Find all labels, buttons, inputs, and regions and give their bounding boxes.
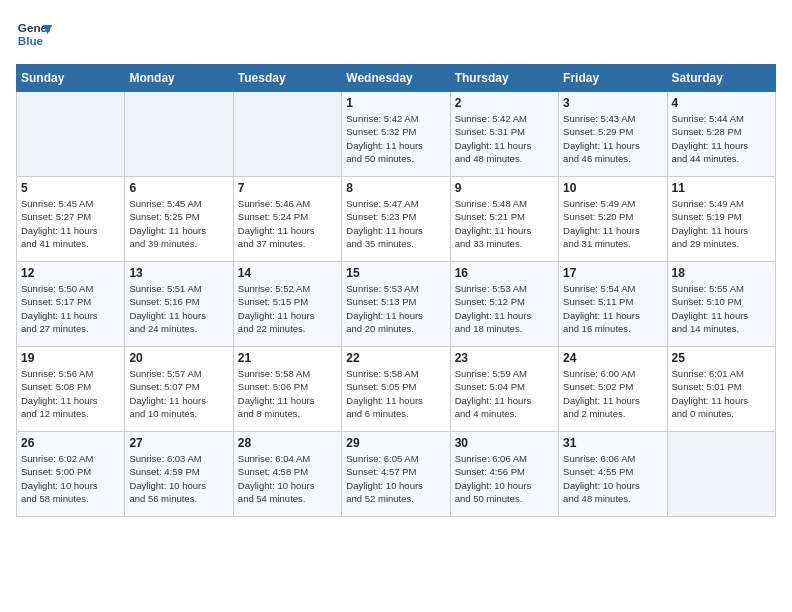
cell-info: Sunrise: 6:05 AMSunset: 4:57 PMDaylight:…	[346, 452, 445, 505]
cell-info: Sunrise: 6:06 AMSunset: 4:55 PMDaylight:…	[563, 452, 662, 505]
cell-info: Sunrise: 5:42 AMSunset: 5:32 PMDaylight:…	[346, 112, 445, 165]
calendar-cell: 13Sunrise: 5:51 AMSunset: 5:16 PMDayligh…	[125, 262, 233, 347]
cell-info: Sunrise: 6:02 AMSunset: 5:00 PMDaylight:…	[21, 452, 120, 505]
cell-date: 6	[129, 181, 228, 195]
cell-info: Sunrise: 5:55 AMSunset: 5:10 PMDaylight:…	[672, 282, 771, 335]
calendar-cell	[17, 92, 125, 177]
cell-date: 11	[672, 181, 771, 195]
calendar-cell: 26Sunrise: 6:02 AMSunset: 5:00 PMDayligh…	[17, 432, 125, 517]
page-header: General Blue	[16, 16, 776, 52]
cell-date: 9	[455, 181, 554, 195]
calendar-cell: 17Sunrise: 5:54 AMSunset: 5:11 PMDayligh…	[559, 262, 667, 347]
calendar-cell: 14Sunrise: 5:52 AMSunset: 5:15 PMDayligh…	[233, 262, 341, 347]
cell-date: 23	[455, 351, 554, 365]
calendar-cell: 3Sunrise: 5:43 AMSunset: 5:29 PMDaylight…	[559, 92, 667, 177]
cell-info: Sunrise: 5:51 AMSunset: 5:16 PMDaylight:…	[129, 282, 228, 335]
cell-info: Sunrise: 5:57 AMSunset: 5:07 PMDaylight:…	[129, 367, 228, 420]
cell-date: 30	[455, 436, 554, 450]
cell-info: Sunrise: 6:00 AMSunset: 5:02 PMDaylight:…	[563, 367, 662, 420]
cell-date: 2	[455, 96, 554, 110]
cell-info: Sunrise: 5:58 AMSunset: 5:05 PMDaylight:…	[346, 367, 445, 420]
calendar-cell: 22Sunrise: 5:58 AMSunset: 5:05 PMDayligh…	[342, 347, 450, 432]
calendar-week-1: 1Sunrise: 5:42 AMSunset: 5:32 PMDaylight…	[17, 92, 776, 177]
cell-info: Sunrise: 5:48 AMSunset: 5:21 PMDaylight:…	[455, 197, 554, 250]
calendar-cell: 30Sunrise: 6:06 AMSunset: 4:56 PMDayligh…	[450, 432, 558, 517]
cell-info: Sunrise: 5:46 AMSunset: 5:24 PMDaylight:…	[238, 197, 337, 250]
cell-info: Sunrise: 5:44 AMSunset: 5:28 PMDaylight:…	[672, 112, 771, 165]
cell-info: Sunrise: 5:59 AMSunset: 5:04 PMDaylight:…	[455, 367, 554, 420]
cell-date: 13	[129, 266, 228, 280]
calendar-cell: 11Sunrise: 5:49 AMSunset: 5:19 PMDayligh…	[667, 177, 775, 262]
cell-date: 26	[21, 436, 120, 450]
cell-info: Sunrise: 5:53 AMSunset: 5:12 PMDaylight:…	[455, 282, 554, 335]
cell-info: Sunrise: 5:45 AMSunset: 5:25 PMDaylight:…	[129, 197, 228, 250]
calendar-cell: 2Sunrise: 5:42 AMSunset: 5:31 PMDaylight…	[450, 92, 558, 177]
cell-info: Sunrise: 6:03 AMSunset: 4:59 PMDaylight:…	[129, 452, 228, 505]
cell-date: 29	[346, 436, 445, 450]
calendar-cell: 21Sunrise: 5:58 AMSunset: 5:06 PMDayligh…	[233, 347, 341, 432]
logo: General Blue	[16, 16, 52, 52]
svg-text:Blue: Blue	[18, 34, 44, 47]
weekday-header-friday: Friday	[559, 65, 667, 92]
cell-info: Sunrise: 5:47 AMSunset: 5:23 PMDaylight:…	[346, 197, 445, 250]
calendar-cell: 4Sunrise: 5:44 AMSunset: 5:28 PMDaylight…	[667, 92, 775, 177]
calendar-cell: 23Sunrise: 5:59 AMSunset: 5:04 PMDayligh…	[450, 347, 558, 432]
weekday-header-wednesday: Wednesday	[342, 65, 450, 92]
calendar-cell	[125, 92, 233, 177]
cell-date: 17	[563, 266, 662, 280]
calendar-cell: 28Sunrise: 6:04 AMSunset: 4:58 PMDayligh…	[233, 432, 341, 517]
cell-date: 3	[563, 96, 662, 110]
cell-date: 28	[238, 436, 337, 450]
calendar-week-5: 26Sunrise: 6:02 AMSunset: 5:00 PMDayligh…	[17, 432, 776, 517]
cell-date: 15	[346, 266, 445, 280]
calendar-cell	[233, 92, 341, 177]
cell-info: Sunrise: 6:01 AMSunset: 5:01 PMDaylight:…	[672, 367, 771, 420]
cell-info: Sunrise: 5:56 AMSunset: 5:08 PMDaylight:…	[21, 367, 120, 420]
cell-info: Sunrise: 6:06 AMSunset: 4:56 PMDaylight:…	[455, 452, 554, 505]
calendar-cell: 16Sunrise: 5:53 AMSunset: 5:12 PMDayligh…	[450, 262, 558, 347]
cell-info: Sunrise: 5:43 AMSunset: 5:29 PMDaylight:…	[563, 112, 662, 165]
cell-info: Sunrise: 5:52 AMSunset: 5:15 PMDaylight:…	[238, 282, 337, 335]
weekday-header-thursday: Thursday	[450, 65, 558, 92]
calendar-cell: 10Sunrise: 5:49 AMSunset: 5:20 PMDayligh…	[559, 177, 667, 262]
cell-date: 31	[563, 436, 662, 450]
weekday-header-saturday: Saturday	[667, 65, 775, 92]
cell-date: 19	[21, 351, 120, 365]
logo-icon: General Blue	[16, 16, 52, 52]
calendar-cell: 19Sunrise: 5:56 AMSunset: 5:08 PMDayligh…	[17, 347, 125, 432]
calendar-cell: 24Sunrise: 6:00 AMSunset: 5:02 PMDayligh…	[559, 347, 667, 432]
calendar-cell: 29Sunrise: 6:05 AMSunset: 4:57 PMDayligh…	[342, 432, 450, 517]
cell-info: Sunrise: 5:53 AMSunset: 5:13 PMDaylight:…	[346, 282, 445, 335]
cell-date: 27	[129, 436, 228, 450]
cell-date: 22	[346, 351, 445, 365]
cell-info: Sunrise: 5:49 AMSunset: 5:19 PMDaylight:…	[672, 197, 771, 250]
cell-date: 14	[238, 266, 337, 280]
cell-date: 12	[21, 266, 120, 280]
cell-info: Sunrise: 5:45 AMSunset: 5:27 PMDaylight:…	[21, 197, 120, 250]
cell-date: 20	[129, 351, 228, 365]
cell-date: 8	[346, 181, 445, 195]
calendar-week-4: 19Sunrise: 5:56 AMSunset: 5:08 PMDayligh…	[17, 347, 776, 432]
cell-info: Sunrise: 6:04 AMSunset: 4:58 PMDaylight:…	[238, 452, 337, 505]
cell-info: Sunrise: 5:42 AMSunset: 5:31 PMDaylight:…	[455, 112, 554, 165]
calendar-cell: 6Sunrise: 5:45 AMSunset: 5:25 PMDaylight…	[125, 177, 233, 262]
calendar-cell: 1Sunrise: 5:42 AMSunset: 5:32 PMDaylight…	[342, 92, 450, 177]
cell-info: Sunrise: 5:50 AMSunset: 5:17 PMDaylight:…	[21, 282, 120, 335]
cell-date: 16	[455, 266, 554, 280]
calendar-cell: 5Sunrise: 5:45 AMSunset: 5:27 PMDaylight…	[17, 177, 125, 262]
cell-date: 10	[563, 181, 662, 195]
calendar-week-3: 12Sunrise: 5:50 AMSunset: 5:17 PMDayligh…	[17, 262, 776, 347]
cell-info: Sunrise: 5:49 AMSunset: 5:20 PMDaylight:…	[563, 197, 662, 250]
calendar-week-2: 5Sunrise: 5:45 AMSunset: 5:27 PMDaylight…	[17, 177, 776, 262]
cell-date: 18	[672, 266, 771, 280]
cell-date: 7	[238, 181, 337, 195]
calendar-cell: 27Sunrise: 6:03 AMSunset: 4:59 PMDayligh…	[125, 432, 233, 517]
calendar-cell: 18Sunrise: 5:55 AMSunset: 5:10 PMDayligh…	[667, 262, 775, 347]
weekday-header-monday: Monday	[125, 65, 233, 92]
weekday-header-tuesday: Tuesday	[233, 65, 341, 92]
cell-date: 4	[672, 96, 771, 110]
calendar-cell: 15Sunrise: 5:53 AMSunset: 5:13 PMDayligh…	[342, 262, 450, 347]
calendar-cell: 12Sunrise: 5:50 AMSunset: 5:17 PMDayligh…	[17, 262, 125, 347]
calendar-table: SundayMondayTuesdayWednesdayThursdayFrid…	[16, 64, 776, 517]
calendar-cell: 7Sunrise: 5:46 AMSunset: 5:24 PMDaylight…	[233, 177, 341, 262]
